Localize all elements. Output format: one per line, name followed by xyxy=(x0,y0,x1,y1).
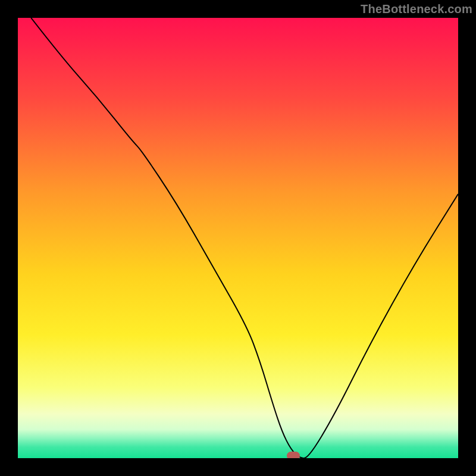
curve-layer xyxy=(18,18,458,458)
chart-frame: TheBottleneck.com xyxy=(0,0,476,476)
watermark-text: TheBottleneck.com xyxy=(361,2,472,16)
bottleneck-marker xyxy=(287,452,300,458)
plot-area xyxy=(18,18,458,458)
bottleneck-curve xyxy=(31,18,458,458)
